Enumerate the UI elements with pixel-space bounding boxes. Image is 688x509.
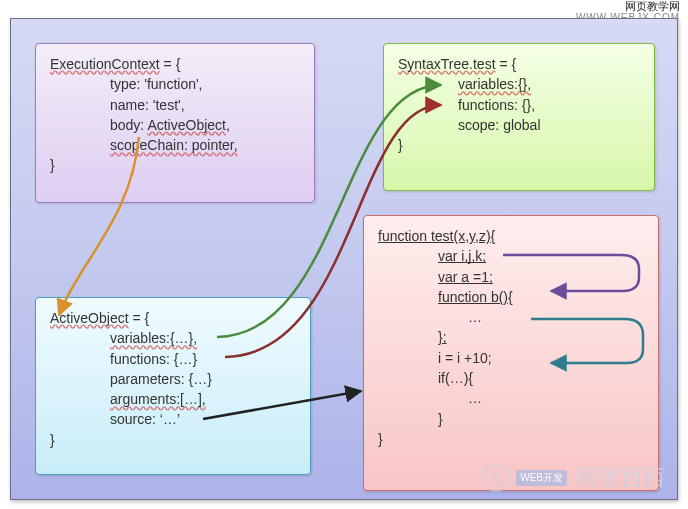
diagram-canvas: ExecutionContext = { type: 'function', n… xyxy=(10,18,678,500)
code-l11: } xyxy=(378,431,383,447)
st-funcs: functions: {}, xyxy=(398,95,640,115)
st-title: SyntaxTree.test xyxy=(398,56,496,72)
ao-close: } xyxy=(50,432,55,448)
watermark-bottom: a WEB开发 阿里西西 xyxy=(482,463,665,493)
ao-funcs: functions: {…} xyxy=(50,349,296,369)
st-close: } xyxy=(398,137,403,153)
execution-context-box: ExecutionContext = { type: 'function', n… xyxy=(35,43,315,203)
ao-title: ActiveObject xyxy=(50,310,129,326)
code-l9: … xyxy=(378,388,644,408)
st-scope: scope: global xyxy=(398,115,640,135)
logo-circle-icon: a xyxy=(482,464,510,492)
ec-scope: scopeChain: pointer, xyxy=(50,135,300,155)
watermark-bottom-text: 阿里西西 xyxy=(577,463,665,493)
code-l6: }; xyxy=(378,327,644,347)
code-l10: } xyxy=(378,409,644,429)
ec-title: ExecutionContext xyxy=(50,56,160,72)
code-l7: i = i +10; xyxy=(378,348,644,368)
code-l2: var i,j,k; xyxy=(378,246,644,266)
ao-args: arguments:[…], xyxy=(50,389,296,409)
syntax-tree-box: SyntaxTree.test = { variables:{}, functi… xyxy=(383,43,655,191)
ec-type: type: 'function', xyxy=(50,74,300,94)
code-l5: … xyxy=(378,307,644,327)
ec-name: name: 'test', xyxy=(50,95,300,115)
code-l8: if(…){ xyxy=(378,368,644,388)
ec-close: } xyxy=(50,157,55,173)
ao-vars: variables:{…}, xyxy=(50,328,296,348)
ao-source: source: ‘…’ xyxy=(50,409,296,429)
code-box: function test(x,y,z){ var i,j,k; var a =… xyxy=(363,215,659,491)
watermark-tag: WEB开发 xyxy=(516,470,567,486)
st-vars: variables:{}, xyxy=(398,74,640,94)
code-l3: var a =1; xyxy=(378,267,644,287)
code-l4: function b(){ xyxy=(378,287,644,307)
watermark-top-cn: 网页教学网 xyxy=(625,0,680,12)
active-object-box: ActiveObject = { variables:{…}, function… xyxy=(35,297,311,475)
ao-params: parameters: {…} xyxy=(50,369,296,389)
code-l1: function test(x,y,z){ xyxy=(378,228,495,244)
ec-body: body: ActiveObject, xyxy=(50,115,300,135)
